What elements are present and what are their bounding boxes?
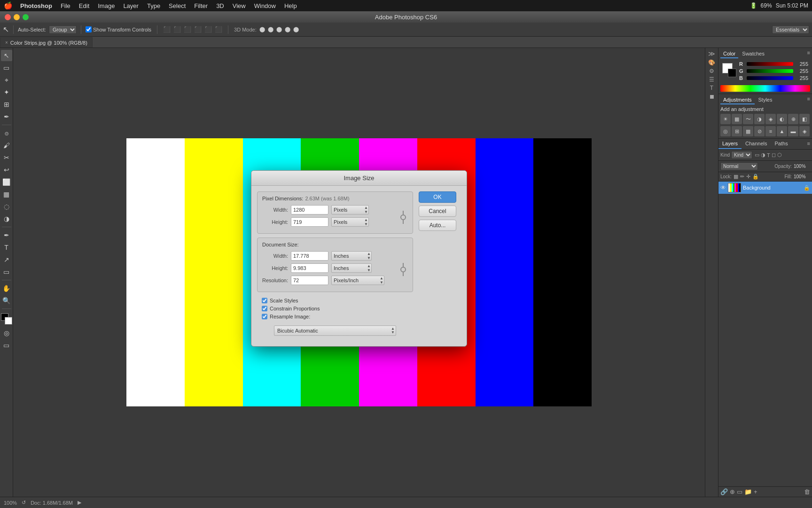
pixel-width-unit[interactable]: Pixels Percent <box>331 205 369 214</box>
green-slider[interactable] <box>747 69 793 73</box>
tab-layers[interactable]: Layers <box>718 139 742 149</box>
3d-orbit-icon[interactable]: ⬤ <box>259 26 265 32</box>
menu-image[interactable]: Image <box>94 1 118 10</box>
background-layer-row[interactable]: 👁 Background 🔒 <box>718 182 812 194</box>
menu-select[interactable]: Select <box>165 1 189 10</box>
crop-tool[interactable]: ⊞ <box>1 99 12 110</box>
collapse-panel-icon[interactable]: ≫ <box>708 50 715 57</box>
menu-view[interactable]: View <box>229 1 250 10</box>
quick-mask-button[interactable]: ◎ <box>1 327 12 339</box>
filter-pixel-icon[interactable]: ▭ <box>755 152 759 158</box>
hand-tool[interactable]: ✋ <box>1 283 12 294</box>
blend-mode-select[interactable]: Normal <box>720 162 758 170</box>
3d-slide-icon[interactable]: ⬤ <box>285 26 290 32</box>
scale-styles-checkbox[interactable] <box>262 298 267 303</box>
minimize-button[interactable] <box>14 14 20 20</box>
resample-method-select[interactable]: Bicubic Automatic Nearest Neighbor Bilin… <box>274 325 396 336</box>
menu-window[interactable]: Window <box>250 1 280 10</box>
close-button[interactable] <box>5 14 11 20</box>
add-mask-icon[interactable]: ▭ <box>737 488 742 495</box>
resample-image-checkbox[interactable] <box>262 314 267 319</box>
panel-icon-3[interactable]: ☰ <box>709 76 714 83</box>
doc-width-input[interactable] <box>291 251 328 261</box>
adj-colorlookup-icon[interactable]: ▦ <box>743 126 753 136</box>
doc-height-input[interactable] <box>291 263 328 273</box>
menu-edit[interactable]: Edit <box>75 1 93 10</box>
align-right-icon[interactable]: ⬛ <box>184 26 191 33</box>
align-center-v-icon[interactable]: ⬛ <box>204 26 212 33</box>
menu-3d[interactable]: 3D <box>212 1 228 10</box>
zoom-tool[interactable]: 🔍 <box>1 295 12 306</box>
resolution-input[interactable] <box>291 276 328 285</box>
apple-menu[interactable]: 🍎 <box>4 1 13 10</box>
menu-filter[interactable]: Filter <box>190 1 211 10</box>
eyedropper-tool[interactable]: ✒ <box>1 111 12 122</box>
pixel-height-input[interactable] <box>291 217 328 227</box>
pixel-height-unit[interactable]: Pixels Percent <box>331 217 369 227</box>
adj-curves-icon[interactable]: 〜 <box>743 114 753 124</box>
ok-button[interactable]: OK <box>419 191 456 203</box>
new-layer-icon[interactable]: + <box>754 488 757 495</box>
history-brush-tool[interactable]: ↩ <box>1 164 12 175</box>
link-layers-icon[interactable]: 🔗 <box>720 488 728 495</box>
type-tool[interactable]: T <box>1 242 12 253</box>
adj-selectivecolor-icon[interactable]: ◈ <box>799 126 810 136</box>
menu-layer[interactable]: Layer <box>119 1 142 10</box>
blue-slider[interactable] <box>747 76 793 80</box>
3d-pan-icon[interactable]: ⬤ <box>276 26 282 32</box>
eraser-tool[interactable]: ⬜ <box>1 176 12 188</box>
move-tool[interactable]: ↖ <box>1 50 12 61</box>
filter-shape-icon[interactable]: ◻ <box>772 152 776 158</box>
blur-tool[interactable]: ◌ <box>1 201 12 212</box>
panel-icon-1[interactable]: 🎨 <box>708 59 715 66</box>
filter-type-icon[interactable]: T <box>767 152 770 158</box>
filter-adj-icon[interactable]: ◑ <box>761 152 765 158</box>
dodge-tool[interactable]: ◑ <box>1 213 12 224</box>
lock-position-icon[interactable]: ✛ <box>746 174 750 180</box>
adj-colorbalance-icon[interactable]: ⊕ <box>788 114 798 124</box>
lock-transparent-icon[interactable]: ▦ <box>734 174 738 180</box>
clone-stamp-tool[interactable]: ✂ <box>1 152 12 163</box>
auto-button[interactable]: Auto... <box>419 220 456 231</box>
adj-threshold-icon[interactable]: ▲ <box>777 126 787 136</box>
menu-help[interactable]: Help <box>281 1 301 10</box>
tab-swatches[interactable]: Swatches <box>739 50 767 58</box>
adj-exposure-icon[interactable]: ◑ <box>754 114 765 124</box>
adj-gradient-icon[interactable]: ▬ <box>788 126 798 136</box>
cancel-button[interactable]: Cancel <box>419 206 456 217</box>
app-name-menu[interactable]: Photoshop <box>16 1 56 10</box>
adj-photofilter-icon[interactable]: ◎ <box>720 126 731 136</box>
red-slider[interactable] <box>747 62 793 66</box>
document-tab[interactable]: × Color Strips.jpg @ 100% (RGB/8) <box>0 37 93 48</box>
adj-posterize-icon[interactable]: ≡ <box>765 126 776 136</box>
lasso-tool[interactable]: ⌖ <box>1 74 12 86</box>
quick-select-tool[interactable]: ✦ <box>1 87 12 98</box>
marquee-tool[interactable]: ▭ <box>1 62 12 73</box>
adj-brightness-icon[interactable]: ☀ <box>720 114 731 124</box>
add-layer-style-icon[interactable]: ⊕ <box>730 488 735 495</box>
brush-tool[interactable]: 🖌 <box>1 140 12 151</box>
maximize-button[interactable] <box>23 14 29 20</box>
menu-file[interactable]: File <box>57 1 74 10</box>
auto-select-dropdown[interactable]: Group Layer <box>49 25 77 34</box>
background-swatch[interactable] <box>728 69 736 77</box>
path-selection-tool[interactable]: ↗ <box>1 254 12 265</box>
layer-visibility-icon[interactable]: 👁 <box>720 184 726 191</box>
lock-image-icon[interactable]: ✏ <box>740 174 744 180</box>
color-panel-menu[interactable]: ≡ <box>807 50 810 58</box>
panel-icon-4[interactable]: T <box>710 85 713 91</box>
new-group-icon[interactable]: 📁 <box>744 488 752 495</box>
tab-close-button[interactable]: × <box>5 40 8 45</box>
show-transform-checkbox[interactable] <box>86 26 92 32</box>
filter-smart-icon[interactable]: ⬡ <box>777 152 782 158</box>
tab-adjustments[interactable]: Adjustments <box>720 96 755 104</box>
adj-vibrance-icon[interactable]: ◈ <box>765 114 776 124</box>
doc-width-unit[interactable]: Inches Pixels Centimeters <box>331 251 372 261</box>
tab-color[interactable]: Color <box>720 50 738 58</box>
3d-scale-icon[interactable]: ⬤ <box>293 26 299 32</box>
tab-paths[interactable]: Paths <box>771 139 792 149</box>
foreground-background-colors[interactable] <box>1 313 12 325</box>
status-arrow-icon[interactable]: ▶ <box>78 500 81 506</box>
pixel-width-input[interactable] <box>291 205 328 214</box>
menu-type[interactable]: Type <box>143 1 164 10</box>
